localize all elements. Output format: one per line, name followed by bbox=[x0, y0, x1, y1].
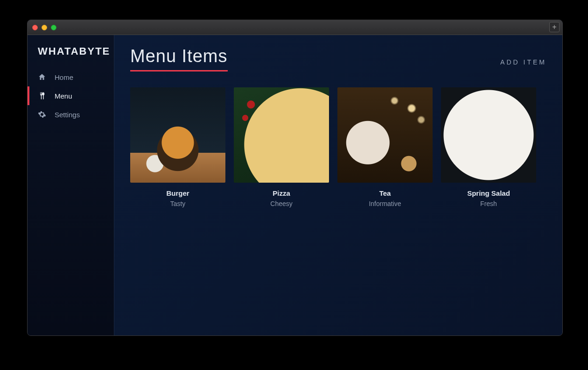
main-content: Menu Items ADD ITEM Burger Tasty Pizza C… bbox=[114, 35, 562, 335]
page-title: Menu Items bbox=[130, 46, 228, 71]
menu-card-desc: Cheesy bbox=[234, 200, 329, 207]
sidebar-item-label: Menu bbox=[55, 92, 72, 100]
window-titlebar: + bbox=[28, 20, 562, 35]
window-close-button[interactable] bbox=[32, 25, 38, 30]
menu-card[interactable]: Tea Informative bbox=[337, 87, 433, 207]
sidebar-item-label: Home bbox=[55, 73, 73, 81]
menu-card-name: Pizza bbox=[234, 189, 329, 197]
menu-card-image bbox=[441, 87, 536, 183]
brand-logo: WHATABYTE bbox=[28, 45, 114, 68]
home-icon bbox=[38, 73, 46, 81]
sidebar-item-settings[interactable]: Settings bbox=[28, 105, 114, 124]
menu-card-name: Tea bbox=[337, 189, 433, 197]
main-header: Menu Items ADD ITEM bbox=[130, 46, 546, 71]
app-window: + WHATABYTE Home Menu bbox=[27, 20, 563, 336]
menu-card[interactable]: Burger Tasty bbox=[130, 87, 225, 207]
menu-card-desc: Fresh bbox=[441, 200, 536, 207]
menu-card-name: Spring Salad bbox=[441, 189, 536, 197]
sidebar-nav: Home Menu Settings bbox=[28, 68, 114, 124]
sidebar-item-label: Settings bbox=[55, 111, 80, 119]
sidebar-item-menu[interactable]: Menu bbox=[28, 86, 114, 105]
add-item-button[interactable]: ADD ITEM bbox=[500, 58, 546, 71]
window-traffic-lights bbox=[32, 25, 56, 30]
window-zoom-button[interactable] bbox=[51, 25, 56, 30]
menu-card[interactable]: Pizza Cheesy bbox=[234, 87, 329, 207]
menu-grid: Burger Tasty Pizza Cheesy Tea Informativ… bbox=[130, 87, 546, 207]
menu-card[interactable]: Spring Salad Fresh bbox=[441, 87, 536, 207]
menu-card-desc: Tasty bbox=[130, 200, 225, 207]
sidebar-item-home[interactable]: Home bbox=[28, 68, 114, 86]
menu-card-desc: Informative bbox=[337, 200, 433, 207]
sidebar: WHATABYTE Home Menu bbox=[28, 35, 114, 335]
gear-icon bbox=[38, 110, 46, 119]
menu-card-image bbox=[337, 87, 433, 183]
menu-card-image bbox=[234, 87, 329, 183]
window-minimize-button[interactable] bbox=[42, 25, 47, 30]
menu-card-name: Burger bbox=[130, 189, 225, 197]
app-body: WHATABYTE Home Menu bbox=[28, 35, 562, 335]
new-tab-button[interactable]: + bbox=[549, 22, 560, 32]
menu-card-image bbox=[130, 87, 225, 183]
utensils-icon bbox=[38, 92, 46, 100]
